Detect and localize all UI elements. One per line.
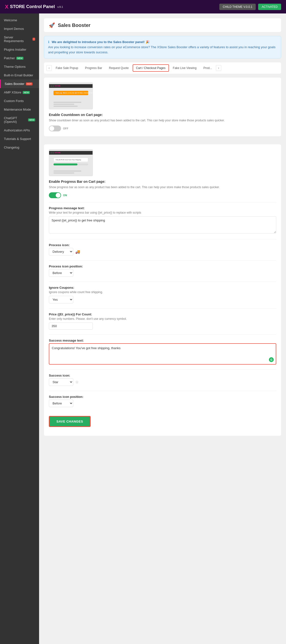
success-icon-select-row: Star Heart Gift ☆ xyxy=(49,378,276,386)
success-icon-position-label: Success icon position: xyxy=(49,395,276,398)
sidebar-item-sales-booster[interactable]: Sales Booster HOT xyxy=(0,80,39,88)
sidebar-label-server-requirements: Server Requirements xyxy=(4,36,31,43)
progress-info-bar: Only $178.00 more from Free Shipping xyxy=(53,158,88,162)
sidebar-item-plugins-installer[interactable]: Plugins Installer xyxy=(0,45,39,54)
sidebar-item-tutorials-support[interactable]: Tutorials & Support xyxy=(0,134,39,143)
preview-line-2 xyxy=(53,104,74,105)
process-icon-position-group: Process icon position: Before After xyxy=(49,264,276,277)
patcher-badge: NEW xyxy=(16,57,23,60)
sidebar-active-arrow xyxy=(39,82,41,86)
layout: Welcome Import Demos Server Requirements… xyxy=(0,0,286,644)
progress-message-input[interactable]: Spend {{et_price}} to get free shipping xyxy=(49,216,276,234)
sidebar-item-changelog[interactable]: Changelog xyxy=(0,143,39,152)
sidebar-item-amp-xstore[interactable]: AMP XStore NEW xyxy=(0,88,39,97)
success-icon-label: Success icon: xyxy=(49,374,276,377)
success-icon-select[interactable]: Star Heart Gift xyxy=(49,378,73,386)
progress-desc: Show progress bar as soon as any product… xyxy=(49,185,276,190)
success-icon-position-group: Success icon position: Before After xyxy=(49,395,276,407)
preview-dot-1 xyxy=(51,86,52,86)
price-count-label: Price {{Et_price}} For Count: xyxy=(49,312,276,316)
success-icon-position-select[interactable]: Before After xyxy=(49,400,73,407)
ignore-coupons-label: Ignore Coupons: xyxy=(49,286,276,290)
divider-8 xyxy=(49,370,276,370)
process-icon-label: Process icon: xyxy=(49,243,276,247)
progress-toggle[interactable] xyxy=(49,192,61,198)
countdown-desc: Show countdown timer as soon as any prod… xyxy=(49,118,276,122)
sidebar-item-import-demos[interactable]: Import Demos xyxy=(0,24,39,33)
sidebar-item-patcher[interactable]: Patcher NEW xyxy=(0,54,39,62)
divider-7 xyxy=(49,334,276,335)
sidebar-item-server-requirements[interactable]: Server Requirements ! xyxy=(0,33,39,45)
countdown-toggle-track xyxy=(49,126,61,132)
tab-request-quote[interactable]: Request Quote xyxy=(106,65,132,71)
sidebar-item-email-builder[interactable]: Built-in Email Builder xyxy=(0,71,39,80)
sidebar-label-sales-booster: Sales Booster xyxy=(5,82,24,86)
process-icon-preview: 🚚 xyxy=(75,249,80,254)
process-icon-position-select[interactable]: Before After xyxy=(49,269,73,277)
prog-dot-1 xyxy=(51,152,52,154)
preview-lines xyxy=(53,102,88,107)
activated-button[interactable]: ACTIVATED xyxy=(258,4,281,10)
info-box: ℹ We are delighted to introduce you to t… xyxy=(44,36,281,58)
countdown-toggle[interactable] xyxy=(49,126,61,132)
divider-3 xyxy=(49,239,276,239)
tab-prod[interactable]: Prod... xyxy=(200,65,215,71)
tab-progress-bar[interactable]: Progress Bar xyxy=(82,65,105,71)
sidebar-item-custom-fonts[interactable]: Custom Fonts xyxy=(0,97,39,105)
sales-booster-badge: HOT xyxy=(26,82,32,86)
countdown-bar-text: Hurry up, these products are limited, ch… xyxy=(55,92,93,94)
sidebar-label-changelog: Changelog xyxy=(4,146,19,149)
sidebar: Welcome Import Demos Server Requirements… xyxy=(0,14,39,644)
logo-text: STORE Control Panel xyxy=(10,4,55,9)
countdown-preview-inner: XSTORE Hurry up, these products are limi… xyxy=(49,83,93,109)
countdown-preview: XSTORE Hurry up, these products are limi… xyxy=(49,82,93,109)
sidebar-label-tutorials-support: Tutorials & Support xyxy=(4,137,31,141)
sidebar-item-authorization-apis[interactable]: Authorization APIs xyxy=(0,126,39,134)
ignore-coupons-group: Ignore Coupons: Ignore coupons while cou… xyxy=(49,286,276,304)
tab-fake-live-viewing[interactable]: Fake Live Viewing xyxy=(170,65,200,71)
grammarly-icon: G xyxy=(269,357,274,362)
sidebar-label-email-builder: Built-in Email Builder xyxy=(4,74,33,77)
save-changes-button[interactable]: SAVE CHANGES xyxy=(49,416,91,427)
ignore-coupons-select[interactable]: Yes No xyxy=(49,296,73,304)
sidebar-label-plugins-installer: Plugins Installer xyxy=(4,48,26,52)
countdown-section: XSTORE Hurry up, these products are limi… xyxy=(44,78,281,136)
progress-toggle-label: ON xyxy=(63,194,67,197)
info-desc: Are you looking to increase conversion r… xyxy=(48,45,277,55)
sidebar-label-maintenance-mode: Maintenance Mode xyxy=(4,108,31,111)
process-icon-group: Process icon: Delivery Cart Gift Star 🚚 xyxy=(49,243,276,256)
save-button-container: SAVE CHANGES xyxy=(49,412,276,431)
price-count-input[interactable]: 350 xyxy=(49,322,93,330)
tab-fake-sale-popup[interactable]: Fake Sale Popup xyxy=(53,65,81,71)
info-icon: ℹ xyxy=(48,40,49,44)
header: X STORE Control Panel v.9.1 CHILD THEME … xyxy=(0,0,286,14)
tab-cart-checkout[interactable]: Cart / Checkout Pages xyxy=(133,64,169,72)
divider-1 xyxy=(44,140,281,140)
countdown-toggle-wrapper: OFF xyxy=(49,126,276,132)
sidebar-item-theme-options[interactable]: Theme Options xyxy=(0,62,39,71)
progress-preview-lines xyxy=(53,170,88,174)
sidebar-label-custom-fonts: Custom Fonts xyxy=(4,99,24,103)
progress-message-desc: Write your text for progress bar using {… xyxy=(49,211,276,214)
sidebar-label-theme-options: Theme Options xyxy=(4,65,26,68)
divider-9 xyxy=(49,391,276,391)
child-theme-button[interactable]: CHILD THEME V.0.0.1 xyxy=(219,4,256,10)
success-message-label: Success message text: xyxy=(49,339,276,342)
sidebar-item-chatgpt[interactable]: ChatGPT (OpenAI) NEW xyxy=(0,114,39,126)
divider-2 xyxy=(49,202,276,202)
process-icon-position-label: Process icon position: xyxy=(49,264,276,268)
success-message-group: Success message text: Congratulations! Y… xyxy=(49,339,276,364)
success-icon-preview: ☆ xyxy=(75,380,79,384)
sidebar-item-maintenance-mode[interactable]: Maintenance Mode xyxy=(0,105,39,114)
preview-line-1 xyxy=(53,102,81,103)
tabs-prev-arrow[interactable]: ‹ xyxy=(46,65,52,71)
preview-dot-2 xyxy=(52,86,54,86)
progress-toggle-wrapper: ON xyxy=(49,192,276,198)
success-message-input[interactable]: Congratulations! You've got free shippin… xyxy=(52,346,273,361)
progress-toggle-thumb xyxy=(56,193,61,198)
sidebar-item-welcome[interactable]: Welcome xyxy=(0,16,39,24)
amp-xstore-badge: NEW xyxy=(23,91,30,94)
tabs-next-arrow[interactable]: › xyxy=(216,65,221,71)
process-icon-select[interactable]: Delivery Cart Gift Star xyxy=(49,248,73,256)
page-icon: 🚀 xyxy=(49,22,55,28)
